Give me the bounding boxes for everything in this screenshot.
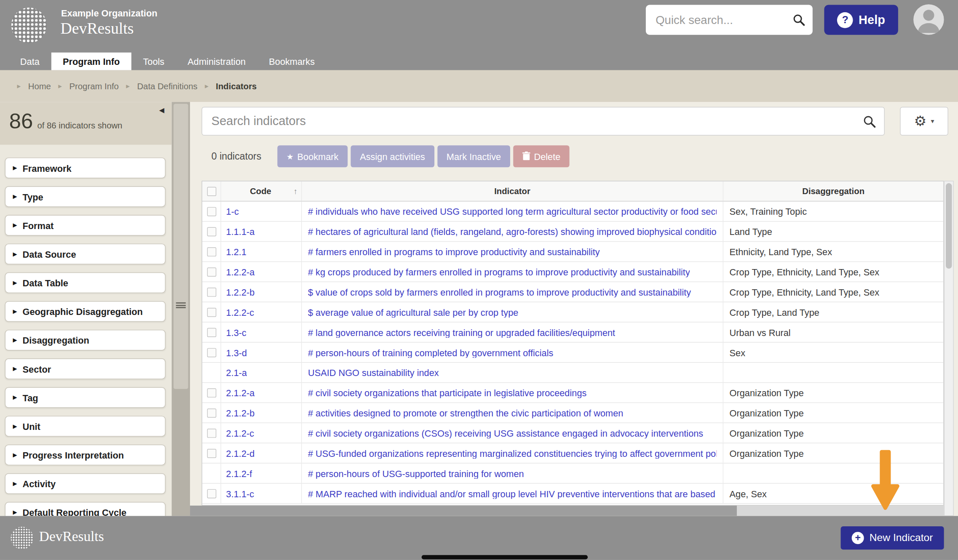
filter-accordion[interactable]: Sector: [5, 358, 166, 379]
sidebar-splitter[interactable]: [172, 102, 190, 516]
nav-tab[interactable]: Administration: [176, 53, 257, 70]
indicator-code-link[interactable]: 2.1.2-b: [226, 408, 255, 418]
indicator-name-link[interactable]: # person-hours of USG-supported training…: [308, 468, 524, 479]
column-header-disaggregation[interactable]: Disaggregation: [723, 181, 944, 201]
nav-tab[interactable]: Program Info: [51, 53, 131, 70]
indicator-name-link[interactable]: # MARP reached with individual and/or sm…: [308, 488, 717, 499]
filter-accordion[interactable]: Format: [5, 215, 166, 235]
row-checkbox[interactable]: [207, 428, 216, 437]
row-checkbox[interactable]: [207, 307, 216, 317]
indicator-code-link[interactable]: 2.1.2-a: [226, 387, 255, 398]
nav-tab[interactable]: Bookmarks: [257, 53, 326, 70]
row-checkbox[interactable]: [207, 388, 216, 397]
indicator-code-link[interactable]: 2.1.2-d: [226, 448, 255, 459]
indicator-name-link[interactable]: # person-hours of training completed by …: [308, 347, 553, 357]
row-checkbox[interactable]: [207, 328, 216, 337]
indicator-name-link[interactable]: $ value of crops sold by farmers enrolle…: [308, 287, 691, 297]
horizontal-scrollbar-thumb[interactable]: [190, 506, 737, 516]
filter-accordion[interactable]: Data Source: [5, 244, 166, 264]
indicator-code-link[interactable]: 1.1.1-a: [226, 226, 255, 237]
indicator-code-link[interactable]: 1.2.1: [226, 246, 246, 257]
splitter-grip-icon: [176, 302, 186, 309]
table-horizontal-scrollbar[interactable]: [190, 506, 944, 516]
indicator-code-link[interactable]: 1.3-c: [226, 327, 246, 338]
indicator-name-link[interactable]: # hectares of agricultural land (fields,…: [308, 226, 717, 237]
search-icon[interactable]: [784, 13, 813, 26]
indicator-name-link[interactable]: # civil society organizations that parti…: [308, 387, 586, 398]
row-checkbox[interactable]: [207, 207, 216, 216]
row-checkbox[interactable]: [207, 267, 216, 276]
filter-accordion[interactable]: Geographic Disaggregation: [5, 301, 166, 322]
indicator-name-link[interactable]: # civil society organizations (CSOs) rec…: [308, 428, 703, 438]
filter-accordion[interactable]: Unit: [5, 416, 166, 437]
indicator-code-link[interactable]: 1.2.2-a: [226, 267, 255, 277]
column-header-code[interactable]: Code ↑: [221, 181, 301, 201]
indicator-code-link[interactable]: 2.1-a: [226, 367, 247, 378]
filter-label: Default Reporting Cycle: [23, 507, 127, 516]
filter-accordion[interactable]: Progress Interpretation: [5, 445, 166, 465]
indicator-name-link[interactable]: USAID NGO sustainability index: [308, 367, 439, 378]
indicator-name-link[interactable]: # farmers enrolled in programs to improv…: [308, 246, 600, 257]
filter-accordion[interactable]: Data Table: [5, 272, 166, 293]
nav-tab-label: Bookmarks: [269, 56, 315, 67]
filter-accordion[interactable]: Type: [5, 186, 166, 207]
help-button[interactable]: ? Help: [824, 5, 898, 35]
indicator-name-link[interactable]: # individuals who have received USG supp…: [308, 206, 717, 216]
filter-accordion[interactable]: Activity: [5, 473, 166, 494]
indicator-code-link[interactable]: 1-c: [226, 206, 239, 216]
app-header: Example Organization DevResults ? Help D…: [0, 0, 958, 70]
filter-label: Activity: [23, 478, 56, 489]
organization-name: Example Organization: [61, 8, 157, 19]
filter-accordion[interactable]: Default Reporting Cycle: [5, 502, 166, 516]
indicator-name-link[interactable]: # kg crops produced by farmers enrolled …: [308, 267, 690, 277]
indicator-code-link[interactable]: 1.3-d: [226, 347, 247, 357]
table-vertical-scrollbar[interactable]: [944, 181, 954, 516]
table-settings-button[interactable]: ⚙ ▾: [900, 107, 948, 136]
table-header-row: Code ↑ Indicator Disaggregation: [202, 181, 943, 202]
quick-search-input[interactable]: [646, 13, 784, 27]
indicator-name-link[interactable]: # land governance actors receiving train…: [308, 327, 615, 338]
breadcrumb-item[interactable]: Indicators: [216, 81, 257, 91]
row-checkbox[interactable]: [207, 287, 216, 296]
row-checkbox[interactable]: [207, 227, 216, 236]
select-all-checkbox[interactable]: [207, 187, 216, 196]
avatar[interactable]: [913, 4, 944, 35]
row-checkbox[interactable]: [207, 448, 216, 458]
vertical-scrollbar-thumb[interactable]: [946, 183, 952, 269]
indicator-column-label: Indicator: [494, 186, 530, 196]
breadcrumb-item[interactable]: Data Definitions: [137, 81, 197, 91]
indicator-code-link[interactable]: 3.1.1-c: [226, 488, 254, 499]
footer-app-name: DevResults: [39, 529, 104, 545]
breadcrumb-item[interactable]: Home: [28, 81, 51, 91]
mark-inactive-button[interactable]: Mark Inactive: [437, 145, 510, 167]
indicator-code-link[interactable]: 2.1.2-f: [226, 468, 252, 479]
indicator-name-link[interactable]: # USG-funded organizations representing …: [308, 448, 717, 459]
sidebar-scrollbar-thumb[interactable]: [174, 104, 188, 389]
row-checkbox[interactable]: [207, 489, 216, 498]
caret-right-icon: [13, 337, 17, 344]
filter-accordion[interactable]: Tag: [5, 387, 166, 408]
indicator-name-link[interactable]: $ average value of agricultural sale per…: [308, 307, 518, 317]
breadcrumb-item[interactable]: Program Info: [69, 81, 118, 91]
indicator-search-input[interactable]: [202, 114, 855, 128]
search-icon[interactable]: [855, 115, 884, 128]
indicator-code-link[interactable]: 1.2.2-b: [226, 287, 255, 297]
nav-tab[interactable]: Tools: [131, 53, 176, 70]
filter-accordion[interactable]: Disaggregation: [5, 330, 166, 350]
filter-label: Geographic Disaggregation: [23, 306, 143, 317]
row-checkbox[interactable]: [207, 247, 216, 256]
new-indicator-button[interactable]: + New Indicator: [841, 526, 944, 549]
column-header-indicator[interactable]: Indicator: [301, 181, 723, 201]
collapse-sidebar-icon[interactable]: ◀: [159, 106, 164, 114]
indicator-code-link[interactable]: 1.2.2-c: [226, 307, 254, 317]
filter-accordion[interactable]: Framework: [5, 157, 166, 178]
row-checkbox[interactable]: [207, 408, 216, 417]
row-checkbox[interactable]: [207, 348, 216, 357]
nav-tab[interactable]: Data: [8, 53, 51, 70]
devresults-logo-icon[interactable]: [10, 6, 48, 45]
indicator-code-link[interactable]: 2.1.2-c: [226, 428, 254, 438]
assign-activities-button[interactable]: Assign activities: [351, 145, 434, 167]
indicator-name-link[interactable]: # activities designed to promote or stre…: [308, 408, 623, 418]
delete-button[interactable]: Delete: [513, 145, 570, 167]
bookmark-button[interactable]: ★ Bookmark: [277, 145, 348, 167]
